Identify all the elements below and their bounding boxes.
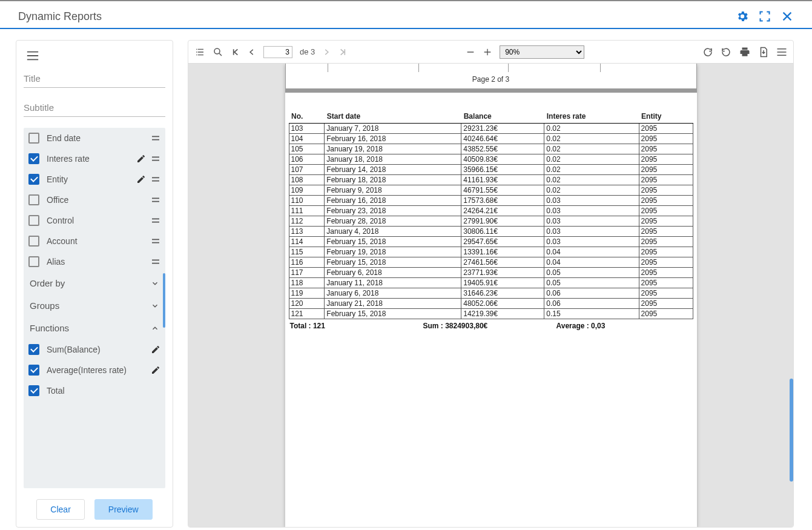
- export-icon[interactable]: [758, 47, 769, 58]
- table-cell: 29547.65€: [461, 237, 544, 247]
- table-cell: 104: [289, 134, 325, 144]
- table-cell: 23771.93€: [461, 268, 544, 278]
- last-page-icon[interactable]: [338, 47, 348, 57]
- column-label: Interes rate: [47, 154, 129, 164]
- pencil-icon[interactable]: [151, 365, 160, 375]
- zoom-in-icon[interactable]: [483, 47, 492, 57]
- table-cell: 2095: [639, 196, 693, 206]
- table-cell: 113: [289, 227, 325, 237]
- table-cell: 0.02: [544, 175, 639, 185]
- table-cell: 109: [289, 185, 325, 196]
- title-input[interactable]: [24, 70, 165, 88]
- checkbox[interactable]: [28, 236, 39, 247]
- page-of-label: de 3: [300, 47, 315, 56]
- config-list: End dateInteres rateEntityOfficeControlA…: [24, 128, 165, 488]
- table-cell: 14219.39€: [461, 309, 544, 319]
- pencil-icon[interactable]: [151, 345, 160, 354]
- table-row: 117February 6, 201823771.93€0.052095: [289, 268, 693, 278]
- checkbox[interactable]: [28, 256, 39, 267]
- drag-handle-icon[interactable]: [151, 237, 160, 245]
- table-cell: 114: [289, 237, 325, 247]
- search-icon[interactable]: [213, 47, 223, 58]
- checkbox[interactable]: [28, 174, 39, 185]
- section-groups[interactable]: Groups: [24, 294, 165, 317]
- checkbox[interactable]: [28, 365, 39, 376]
- table-cell: 48052.06€: [461, 299, 544, 309]
- table-cell: January 7, 2018: [325, 124, 461, 134]
- section-label: Order by: [30, 278, 65, 288]
- chevron-down-icon: [151, 302, 159, 310]
- config-panel: End dateInteres rateEntityOfficeControlA…: [16, 40, 173, 528]
- zoom-select[interactable]: 90%: [500, 45, 584, 59]
- table-cell: 121: [289, 309, 325, 319]
- function-label: Total: [47, 386, 153, 396]
- drag-handle-icon[interactable]: [151, 154, 160, 164]
- next-page-icon[interactable]: [322, 48, 331, 56]
- function-row: Average(Interes rate): [24, 360, 165, 380]
- clear-button[interactable]: Clear: [36, 499, 84, 520]
- table-cell: January 18, 2018: [325, 154, 461, 165]
- checkbox[interactable]: [28, 194, 39, 205]
- pencil-icon[interactable]: [136, 154, 146, 164]
- refresh-icon[interactable]: [702, 47, 713, 58]
- toc-icon[interactable]: [194, 47, 205, 57]
- dialog-title: Dynamic Reports: [18, 10, 102, 23]
- fullscreen-icon[interactable]: [759, 10, 771, 22]
- column-label: Alias: [47, 257, 144, 267]
- first-page-icon[interactable]: [231, 47, 240, 57]
- checkbox[interactable]: [28, 215, 39, 226]
- menu-icon[interactable]: [776, 47, 787, 57]
- table-row: 107February 14, 201835966.15€0.022095: [289, 165, 693, 175]
- gear-icon[interactable]: [736, 10, 749, 23]
- drag-handle-icon[interactable]: [151, 258, 160, 265]
- table-cell: 0.02: [544, 154, 639, 165]
- section-orderby[interactable]: Order by: [24, 272, 165, 294]
- print-icon[interactable]: [739, 47, 751, 58]
- hamburger-icon[interactable]: [26, 50, 39, 61]
- table-row: 114February 15, 201829547.65€0.032095: [289, 237, 693, 247]
- summary-total: Total : 121: [290, 322, 423, 330]
- checkbox[interactable]: [28, 385, 39, 396]
- column-label: Office: [47, 195, 144, 205]
- preview-button[interactable]: Preview: [94, 499, 153, 520]
- column-label: Control: [47, 216, 144, 225]
- table-header: Entity: [639, 110, 693, 124]
- column-row: End date: [24, 128, 165, 148]
- zoom-out-icon[interactable]: [466, 47, 475, 57]
- pencil-icon[interactable]: [136, 174, 146, 184]
- page-number-input[interactable]: [263, 46, 292, 58]
- drag-handle-icon[interactable]: [151, 196, 160, 204]
- prev-page-icon[interactable]: [248, 48, 256, 56]
- table-cell: 111: [289, 206, 325, 216]
- table-cell: 43852.55€: [461, 144, 544, 154]
- drag-handle-icon[interactable]: [151, 217, 160, 224]
- section-label: Functions: [30, 323, 69, 333]
- table-cell: 112: [289, 216, 325, 227]
- table-cell: February 15, 2018: [325, 237, 461, 247]
- table-cell: 2095: [639, 206, 693, 216]
- summary-avg: Average : 0,03: [556, 322, 692, 330]
- checkbox[interactable]: [28, 344, 39, 355]
- table-cell: 29231.23€: [461, 124, 544, 134]
- table-cell: February 16, 2018: [325, 196, 461, 206]
- column-row: Alias: [24, 251, 165, 272]
- table-cell: 2095: [639, 309, 693, 319]
- checkbox[interactable]: [28, 133, 39, 144]
- table-cell: 2095: [639, 185, 693, 196]
- table-header: Start date: [325, 110, 461, 124]
- undo-icon[interactable]: [721, 47, 731, 58]
- checkbox[interactable]: [28, 153, 39, 164]
- table-cell: 105: [289, 144, 325, 154]
- drag-handle-icon[interactable]: [151, 174, 160, 184]
- close-icon[interactable]: [781, 10, 794, 23]
- subtitle-input[interactable]: [24, 99, 165, 117]
- section-functions[interactable]: Functions: [24, 317, 165, 339]
- table-cell: 2095: [639, 237, 693, 247]
- table-cell: February 18, 2018: [325, 175, 461, 185]
- table-cell: 17573.68€: [461, 196, 544, 206]
- dialog-header: Dynamic Reports: [0, 1, 812, 29]
- table-cell: February 14, 2018: [325, 165, 461, 175]
- drag-handle-icon[interactable]: [151, 134, 160, 142]
- table-cell: 0.04: [544, 257, 639, 268]
- svg-point-0: [214, 48, 220, 54]
